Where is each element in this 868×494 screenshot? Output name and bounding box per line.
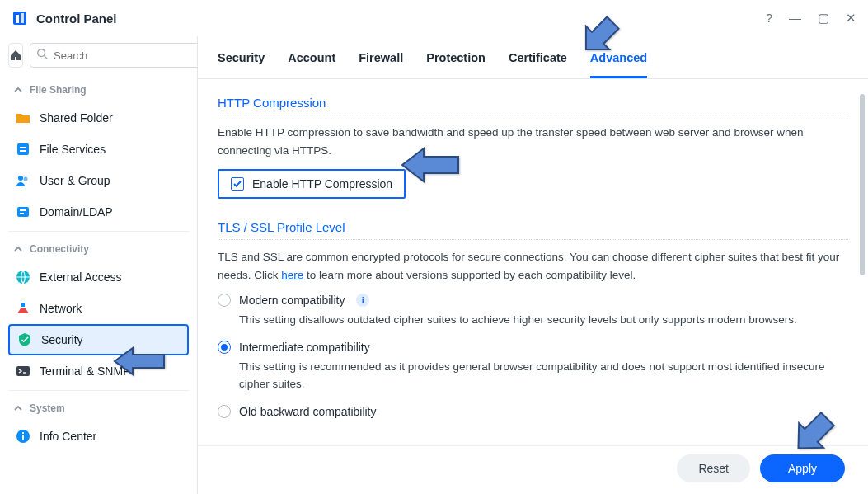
tabs: Security Account Firewall Protection Cer… bbox=[198, 36, 868, 79]
sidebar-item-label: Terminal & SNMP bbox=[40, 365, 130, 378]
group-tls-ssl: TLS / SSL Profile Level bbox=[218, 215, 848, 240]
domain-icon bbox=[15, 204, 31, 220]
home-button[interactable] bbox=[8, 43, 23, 68]
window-titlebar: Control Panel ? — ▢ ✕ bbox=[0, 0, 868, 36]
svg-rect-6 bbox=[20, 147, 26, 148]
chevron-up-icon bbox=[13, 403, 23, 413]
apply-button[interactable]: Apply bbox=[760, 454, 845, 482]
help-button[interactable]: ? bbox=[766, 11, 772, 26]
radio-icon bbox=[218, 294, 231, 307]
svg-point-8 bbox=[18, 176, 23, 181]
sidebar-item-info-center[interactable]: Info Center bbox=[8, 421, 189, 452]
svg-rect-0 bbox=[13, 12, 26, 25]
radio-modern-compatibility[interactable]: Modern compatibility i bbox=[218, 294, 848, 307]
radio-old-compatibility[interactable]: Old backward compatibility bbox=[218, 405, 848, 418]
sidebar-item-shared-folder[interactable]: Shared Folder bbox=[8, 102, 189, 134]
svg-rect-12 bbox=[20, 213, 24, 214]
svg-rect-7 bbox=[20, 150, 26, 152]
svg-line-4 bbox=[45, 56, 48, 59]
sidebar-item-label: Domain/LDAP bbox=[40, 205, 113, 219]
svg-point-3 bbox=[38, 49, 45, 57]
app-icon bbox=[12, 10, 28, 26]
reset-button[interactable]: Reset bbox=[677, 454, 750, 482]
shield-icon bbox=[16, 332, 33, 348]
svg-rect-10 bbox=[17, 207, 29, 217]
sidebar-item-security[interactable]: Security bbox=[8, 324, 189, 355]
scrollbar-thumb[interactable] bbox=[860, 94, 865, 275]
globe-icon bbox=[15, 269, 31, 285]
sidebar-item-label: Network bbox=[40, 302, 82, 315]
chevron-up-icon bbox=[13, 85, 23, 95]
tab-protection[interactable]: Protection bbox=[426, 51, 486, 78]
info-icon[interactable]: i bbox=[356, 294, 369, 307]
file-services-icon bbox=[15, 141, 31, 158]
sidebar-item-label: Shared Folder bbox=[40, 111, 113, 125]
section-connectivity[interactable]: Connectivity bbox=[8, 235, 189, 261]
svg-rect-1 bbox=[16, 15, 19, 23]
content-area: HTTP Compression Enable HTTP compression… bbox=[198, 79, 868, 494]
radio-icon bbox=[218, 341, 231, 354]
tab-security[interactable]: Security bbox=[218, 51, 265, 78]
home-icon bbox=[9, 49, 22, 62]
radio-label: Old backward compatibility bbox=[239, 405, 377, 418]
radio-intermediate-compatibility[interactable]: Intermediate compatibility bbox=[218, 341, 848, 354]
svg-rect-5 bbox=[17, 143, 29, 155]
sidebar-item-domain-ldap[interactable]: Domain/LDAP bbox=[8, 196, 189, 228]
tab-advanced[interactable]: Advanced bbox=[590, 51, 647, 78]
maximize-button[interactable]: ▢ bbox=[818, 11, 829, 26]
tab-account[interactable]: Account bbox=[288, 51, 335, 78]
sidebar-item-label: File Services bbox=[40, 143, 106, 156]
search-icon bbox=[36, 48, 48, 63]
svg-rect-11 bbox=[20, 209, 26, 211]
sidebar-item-label: User & Group bbox=[40, 174, 110, 187]
sidebar-item-label: Security bbox=[41, 333, 83, 346]
close-button[interactable]: ✕ bbox=[846, 11, 856, 26]
group-http-compression: HTTP Compression bbox=[218, 91, 848, 115]
sidebar-item-label: Info Center bbox=[40, 430, 96, 443]
section-file-sharing[interactable]: File Sharing bbox=[8, 76, 189, 102]
sidebar-item-external-access[interactable]: External Access bbox=[8, 261, 189, 293]
sidebar-item-network[interactable]: Network bbox=[8, 293, 189, 324]
window-title: Control Panel bbox=[36, 12, 766, 26]
checkbox-icon bbox=[231, 177, 244, 191]
network-icon bbox=[15, 300, 31, 317]
info-icon bbox=[15, 428, 31, 445]
enable-http-compression-checkbox[interactable]: Enable HTTP Compression bbox=[218, 169, 406, 199]
sidebar-item-label: External Access bbox=[40, 271, 122, 284]
svg-point-9 bbox=[24, 177, 28, 181]
footer-actions: Reset Apply bbox=[198, 445, 868, 494]
svg-rect-2 bbox=[21, 13, 24, 23]
radio-intermediate-desc: This setting is recommended as it provid… bbox=[239, 359, 848, 393]
main-panel: Security Account Firewall Protection Cer… bbox=[198, 36, 868, 494]
svg-rect-18 bbox=[22, 435, 24, 440]
tls-desc: TLS and SSL are common encrypted protoco… bbox=[218, 248, 848, 284]
scrollbar[interactable] bbox=[860, 94, 865, 440]
radio-label: Modern compatibility bbox=[239, 294, 345, 307]
radio-modern-desc: This setting disallows outdated cipher s… bbox=[239, 312, 848, 329]
minimize-button[interactable]: — bbox=[789, 11, 801, 26]
sidebar-item-file-services[interactable]: File Services bbox=[8, 134, 189, 165]
radio-icon bbox=[218, 405, 231, 418]
chevron-up-icon bbox=[13, 244, 23, 254]
section-system[interactable]: System bbox=[8, 394, 189, 421]
sidebar-item-user-group[interactable]: User & Group bbox=[8, 165, 189, 196]
tab-certificate[interactable]: Certificate bbox=[509, 51, 567, 78]
sidebar-item-terminal-snmp[interactable]: Terminal & SNMP bbox=[8, 355, 189, 387]
checkbox-label: Enable HTTP Compression bbox=[252, 177, 392, 191]
svg-rect-19 bbox=[22, 432, 24, 434]
folder-icon bbox=[15, 110, 31, 126]
terminal-icon bbox=[15, 363, 31, 379]
user-group-icon bbox=[15, 172, 31, 189]
http-compression-desc: Enable HTTP compression to save bandwidt… bbox=[218, 124, 848, 159]
tls-here-link[interactable]: here bbox=[281, 269, 303, 281]
radio-label: Intermediate compatibility bbox=[239, 341, 370, 354]
search-input[interactable] bbox=[30, 43, 198, 68]
svg-rect-14 bbox=[21, 303, 25, 307]
tab-firewall[interactable]: Firewall bbox=[359, 51, 403, 78]
svg-rect-15 bbox=[16, 366, 30, 376]
sidebar: File Sharing Shared Folder File Services… bbox=[0, 36, 198, 494]
